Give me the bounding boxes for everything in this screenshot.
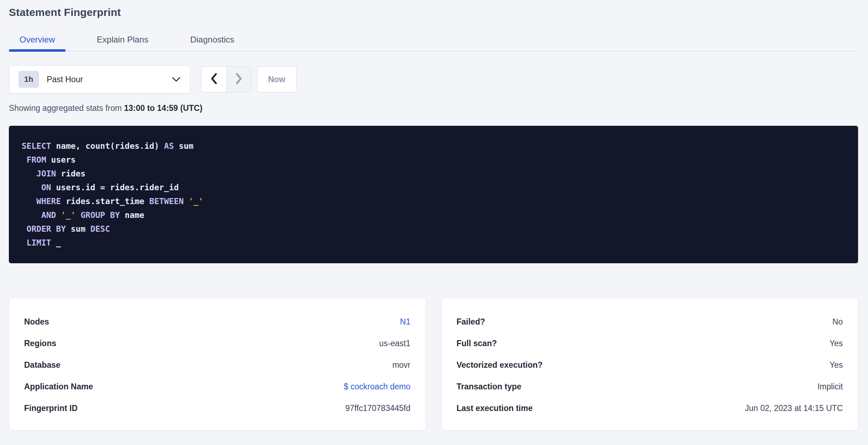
page-title: Statement Fingerprint <box>9 6 858 18</box>
summary-row-failed: Failed? No <box>457 311 843 333</box>
row-value: No <box>833 317 843 327</box>
row-label: Vectorized execution? <box>457 360 543 370</box>
sql-line: ON users.id = rides.rider_id <box>22 181 845 195</box>
now-button[interactable]: Now <box>257 66 296 92</box>
row-label: Last execution time <box>457 404 533 413</box>
active-tab-ink-bar <box>9 49 66 52</box>
aggregation-caption-prefix: Showing aggregated stats from <box>9 103 124 113</box>
summary-card-right: Failed? No Full scan? Yes Vectorized exe… <box>441 298 858 430</box>
row-label: Transaction type <box>457 382 522 392</box>
summary-row-fingerprint-id: Fingerprint ID 97ffc170783445fd <box>24 398 411 419</box>
summary-cards-row: Nodes N1 Regions us-east1 Database movr … <box>9 298 858 430</box>
time-picker-row: 1h Past Hour <box>9 65 858 94</box>
row-label: Nodes <box>24 317 49 327</box>
chevron-down-icon <box>172 77 181 82</box>
now-button-label: Now <box>268 75 285 84</box>
summary-row-full-scan: Full scan? Yes <box>457 333 843 354</box>
prev-interval-button[interactable] <box>201 67 226 92</box>
summary-row-last-execution-time: Last execution time Jun 02, 2023 at 14:1… <box>457 398 843 419</box>
summary-row-regions: Regions us-east1 <box>24 333 411 354</box>
sql-line: WHERE rides.start_time BETWEEN '_' <box>22 195 845 208</box>
row-label: Full scan? <box>457 339 497 348</box>
row-value: Jun 02, 2023 at 14:15 UTC <box>745 404 843 413</box>
sql-line: FROM users <box>22 153 845 167</box>
aggregation-caption: Showing aggregated stats from 13:00 to 1… <box>9 103 858 113</box>
sql-statement-code: SELECT name, count(rides.id) AS sum FROM… <box>22 139 845 250</box>
row-value: 97ffc170783445fd <box>345 404 411 413</box>
summary-row-transaction-type: Transaction type Implicit <box>457 376 843 398</box>
summary-row-application-name: Application Name $ cockroach demo <box>24 376 411 398</box>
chevron-left-icon <box>210 73 218 86</box>
sql-line: ORDER BY sum DESC <box>22 222 845 236</box>
tab-bar: Overview Explain Plans Diagnostics <box>9 35 858 52</box>
time-interval-select[interactable]: 1h Past Hour <box>9 65 190 94</box>
row-value: Yes <box>829 339 843 348</box>
summary-row-database: Database movr <box>24 354 411 376</box>
tab-explain-plans[interactable]: Explain Plans <box>86 35 159 51</box>
row-label: Database <box>24 360 60 370</box>
time-interval-label: Past Hour <box>47 75 83 84</box>
tab-overview[interactable]: Overview <box>9 35 66 51</box>
row-value: us-east1 <box>379 339 410 348</box>
sql-line: SELECT name, count(rides.id) AS sum <box>22 139 845 153</box>
summary-row-nodes: Nodes N1 <box>24 311 411 333</box>
chevron-right-icon <box>235 73 243 86</box>
time-interval-badge: 1h <box>18 71 39 88</box>
row-label: Fingerprint ID <box>24 404 78 413</box>
sql-line: JOIN rides <box>22 167 845 181</box>
row-label: Failed? <box>457 317 485 327</box>
aggregation-range: 13:00 to 14:59 (UTC) <box>124 103 202 113</box>
sql-line: AND '_' GROUP BY name <box>22 208 845 222</box>
summary-card-left: Nodes N1 Regions us-east1 Database movr … <box>9 298 426 430</box>
row-value: Implicit <box>817 382 843 392</box>
nodes-link[interactable]: N1 <box>400 317 410 327</box>
tab-diagnostics[interactable]: Diagnostics <box>179 35 245 51</box>
next-interval-button[interactable] <box>226 67 251 92</box>
row-label: Regions <box>24 339 56 348</box>
summary-row-vectorized: Vectorized execution? Yes <box>457 354 843 376</box>
statement-fingerprint-page: Statement Fingerprint Overview Explain P… <box>0 0 868 430</box>
tab-explain-plans-label: Explain Plans <box>97 35 148 44</box>
tab-diagnostics-label: Diagnostics <box>190 35 234 44</box>
sql-line: LIMIT _ <box>22 236 845 250</box>
sql-statement-box: SELECT name, count(rides.id) AS sum FROM… <box>9 126 858 263</box>
row-value: movr <box>392 360 410 370</box>
time-nav-group <box>201 66 251 92</box>
application-name-link[interactable]: $ cockroach demo <box>344 382 411 392</box>
tab-overview-label: Overview <box>20 35 55 44</box>
row-value: Yes <box>829 360 843 370</box>
row-label: Application Name <box>24 382 93 392</box>
